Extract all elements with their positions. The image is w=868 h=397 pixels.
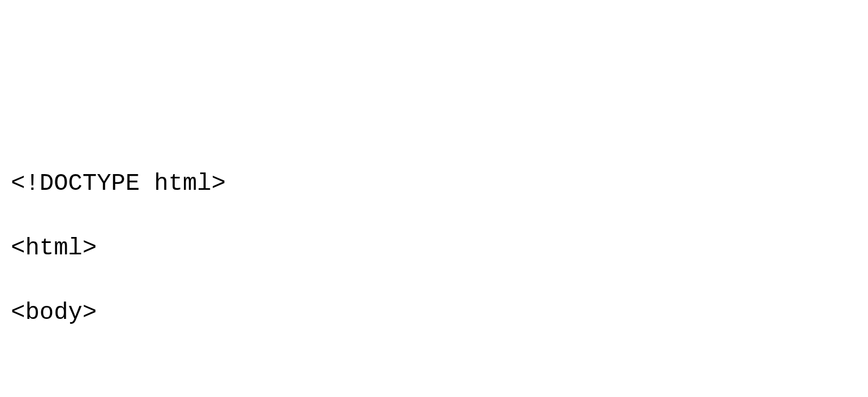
code-line: <body>: [11, 297, 857, 329]
code-line: <!DOCTYPE html>: [11, 168, 857, 200]
code-line: [11, 361, 857, 393]
code-line: <html>: [11, 232, 857, 264]
code-block: <!DOCTYPE html> <html> <body> <h1>Page T…: [11, 136, 857, 397]
